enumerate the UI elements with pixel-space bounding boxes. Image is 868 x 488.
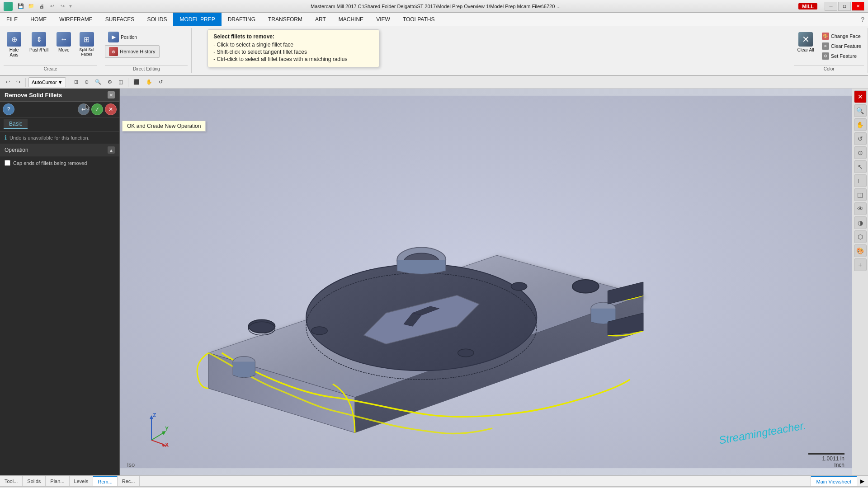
undo-button[interactable]: ↩ bbox=[47, 2, 57, 11]
panel-ok-button[interactable]: ✓ bbox=[91, 103, 103, 115]
menu-wireframe[interactable]: WIREFRAME bbox=[53, 13, 99, 26]
minimize-button[interactable]: ─ bbox=[825, 2, 837, 11]
position-button[interactable]: ▶ Position bbox=[105, 30, 140, 44]
save-button[interactable]: 💾 bbox=[16, 2, 25, 11]
cap-ends-checkbox[interactable] bbox=[5, 160, 10, 166]
menu-machine[interactable]: MACHINE bbox=[332, 13, 370, 26]
separator-3 bbox=[128, 78, 128, 87]
panel-title: Remove Solid Fillets bbox=[5, 92, 62, 99]
change-face-label: Change Face bbox=[831, 33, 861, 39]
snap-button[interactable]: ⊙ bbox=[82, 77, 91, 87]
rt-color-button[interactable]: 🎨 bbox=[854, 244, 867, 257]
open-button[interactable]: 📁 bbox=[27, 2, 36, 11]
panel-basic-tab[interactable]: Basic bbox=[4, 119, 28, 129]
rt-measure-button[interactable]: ⊢ bbox=[854, 174, 867, 187]
push-pull-button[interactable]: ⇕ Push/Pull bbox=[26, 30, 52, 55]
set-feature-button[interactable]: ⚙ Set Feature bbox=[819, 52, 864, 61]
collapse-operation-button[interactable]: ▲ bbox=[108, 146, 115, 154]
rt-section-button[interactable]: ◫ bbox=[854, 188, 867, 201]
remove-history-label: Remove History bbox=[120, 49, 155, 54]
split-icon: ⊞ bbox=[80, 32, 94, 47]
view-toggle[interactable]: ⬛ bbox=[131, 77, 142, 87]
clear-all-button[interactable]: ✕ Clear All bbox=[794, 30, 817, 55]
menu-solids[interactable]: SOLIDS bbox=[141, 13, 173, 26]
expand-arrow[interactable]: ▶ bbox=[857, 476, 868, 486]
tab-tool[interactable]: Tool... bbox=[0, 476, 23, 486]
menu-toolpaths[interactable]: TOOLPATHS bbox=[396, 13, 441, 26]
rotate-button[interactable]: ↺ bbox=[156, 77, 165, 87]
undo-warning-text: Undo is unavailable for this function. bbox=[9, 135, 90, 141]
svg-text:Z: Z bbox=[153, 412, 156, 418]
operation-header[interactable]: Operation ▲ bbox=[0, 144, 119, 156]
clear-all-label: Clear All bbox=[797, 47, 814, 52]
rt-close-button[interactable]: ✕ bbox=[854, 90, 867, 103]
zoom-in-button[interactable]: 🔍 bbox=[93, 77, 104, 87]
undo-toolbar-button[interactable]: ↩ bbox=[4, 77, 12, 87]
menu-art[interactable]: ART bbox=[309, 13, 332, 26]
remove-history-button[interactable]: ⊗ Remove History bbox=[105, 45, 159, 58]
menu-transform[interactable]: TRANSFORM bbox=[262, 13, 309, 26]
main-viewsheet-tab[interactable]: Main Viewsheet bbox=[811, 476, 857, 486]
top-toolbar: ↩ ↪ AutoCursor ▼ ⊞ ⊙ 🔍 ⚙ ◫ ⬛ ✋ ↺ bbox=[0, 76, 868, 89]
maximize-button[interactable]: □ bbox=[838, 2, 851, 11]
set-feature-label: Set Feature bbox=[831, 53, 857, 59]
main-area: Remove Solid Fillets ✕ ? ↩ ✓ bbox=[0, 89, 868, 475]
redo-button[interactable]: ↪ bbox=[58, 2, 67, 11]
clear-feature-button[interactable]: ✕ Clear Feature bbox=[819, 42, 864, 51]
close-button[interactable]: ✕ bbox=[852, 2, 864, 11]
grid-toolbar-button[interactable]: ⊞ bbox=[72, 77, 80, 87]
rt-plus-button[interactable]: + bbox=[854, 258, 867, 271]
rt-rotate-button[interactable]: ↺ bbox=[854, 132, 867, 145]
menu-home[interactable]: HOME bbox=[24, 13, 53, 26]
rt-view-button[interactable]: 👁 bbox=[854, 202, 867, 215]
ok-tooltip: OK and Create New Operation bbox=[122, 121, 206, 131]
menu-surfaces[interactable]: SURFACES bbox=[99, 13, 141, 26]
tab-rec[interactable]: Rec... bbox=[118, 476, 140, 486]
help-button[interactable]: ? bbox=[861, 16, 864, 23]
settings-button[interactable]: ⚙ bbox=[105, 77, 114, 87]
tab-levels[interactable]: Levels bbox=[70, 476, 94, 486]
tab-solids[interactable]: Solids bbox=[23, 476, 46, 486]
split-solid-faces-button[interactable]: ⊞ Split SolFaces bbox=[76, 30, 97, 59]
menu-view[interactable]: VIEW bbox=[370, 13, 396, 26]
rt-zoom-button[interactable]: 🔍 bbox=[854, 104, 867, 117]
menu-file[interactable]: FILE bbox=[0, 13, 24, 26]
rt-wireframe-button[interactable]: ⬡ bbox=[854, 230, 867, 243]
toggle-button[interactable]: ◫ bbox=[116, 77, 125, 87]
position-icon: ▶ bbox=[108, 32, 119, 42]
print-button[interactable]: 🖨 bbox=[37, 2, 46, 11]
clear-feature-icon: ✕ bbox=[822, 42, 829, 50]
cursor-shape bbox=[85, 103, 90, 110]
panel-cancel-button[interactable]: ✕ bbox=[105, 103, 117, 115]
panel-toolbar: ? ↩ ✓ ✕ bbox=[0, 102, 119, 117]
panel-help-button[interactable]: ? bbox=[3, 103, 14, 115]
menu-model-prep[interactable]: MODEL PREP bbox=[173, 13, 221, 26]
change-face-button[interactable]: 🎨 Change Face bbox=[819, 32, 864, 41]
color-side-buttons: 🎨 Change Face ✕ Clear Feature ⚙ Set Feat… bbox=[819, 30, 864, 61]
scale-line bbox=[808, 453, 844, 455]
autocursor-dropdown[interactable]: AutoCursor ▼ bbox=[28, 77, 66, 87]
scale-unit: Inch bbox=[808, 462, 844, 468]
operation-label: Operation bbox=[5, 147, 28, 153]
menu-drafting[interactable]: DRAFTING bbox=[222, 13, 262, 26]
hole-axis-button[interactable]: ⊕ HoleAxis bbox=[4, 30, 24, 60]
tab-plan[interactable]: Plan... bbox=[46, 476, 69, 486]
panel-close-button[interactable]: ✕ bbox=[108, 91, 115, 99]
rt-pan-button[interactable]: ✋ bbox=[854, 118, 867, 131]
move-button[interactable]: ↔ Move bbox=[53, 30, 74, 55]
panel-back-button[interactable]: ↩ bbox=[78, 103, 90, 115]
operation-content: Cap ends of fillets being removed bbox=[0, 156, 119, 169]
undo-warning: ℹ Undo is unavailable for this function. bbox=[0, 131, 119, 144]
rt-select-button[interactable]: ↖ bbox=[854, 160, 867, 173]
rt-shade-button[interactable]: ◑ bbox=[854, 216, 867, 229]
right-toolbar: ✕ 🔍 ✋ ↺ ⊙ ↖ ⊢ ◫ 👁 ◑ ⬡ 🎨 + bbox=[852, 89, 868, 475]
viewport[interactable]: Z Y X Iso Streamingteacher. 1.0011 in In… bbox=[120, 89, 852, 475]
svg-text:Y: Y bbox=[165, 426, 169, 432]
rt-orbit-button[interactable]: ⊙ bbox=[854, 146, 867, 159]
pan-button[interactable]: ✋ bbox=[144, 77, 155, 87]
tab-rem[interactable]: Rem... bbox=[93, 476, 117, 486]
quick-access-toolbar: 💾 📁 🖨 ↩ ↪ ▼ bbox=[16, 2, 73, 11]
svg-point-18 bbox=[511, 282, 527, 291]
split-label: Split SolFaces bbox=[79, 47, 94, 56]
redo-toolbar-button[interactable]: ↪ bbox=[14, 77, 23, 87]
